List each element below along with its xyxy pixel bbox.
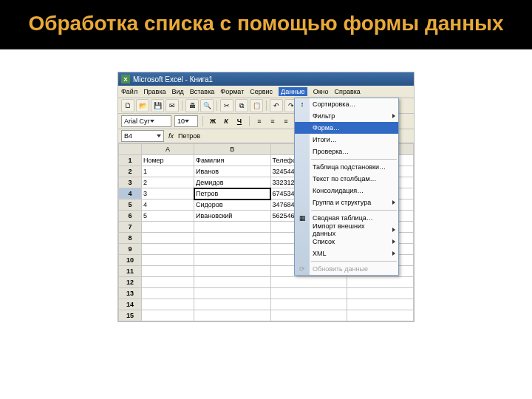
- open-icon[interactable]: 📂: [136, 99, 149, 112]
- row-header[interactable]: 2: [119, 166, 142, 177]
- cell[interactable]: [141, 255, 194, 266]
- paste-icon[interactable]: 📋: [250, 99, 263, 112]
- row-header[interactable]: 8: [119, 233, 142, 244]
- menu-tools[interactable]: Сервис: [250, 88, 273, 95]
- menu-xml[interactable]: XML: [295, 248, 398, 259]
- align-left-icon[interactable]: ≡: [254, 116, 265, 126]
- cell[interactable]: [270, 299, 347, 310]
- cell[interactable]: 1: [141, 166, 194, 177]
- row-header[interactable]: 14: [119, 299, 142, 310]
- row-header[interactable]: 13: [119, 288, 142, 299]
- menu-window[interactable]: Окно: [313, 88, 329, 95]
- menu-importext[interactable]: Импорт внешних данных: [295, 224, 398, 236]
- mail-icon[interactable]: ✉: [166, 99, 179, 112]
- cell[interactable]: Фамилия: [194, 155, 270, 166]
- cell[interactable]: [141, 299, 194, 310]
- select-all-corner[interactable]: [119, 144, 142, 155]
- new-icon[interactable]: 🗋: [121, 99, 134, 112]
- align-center-icon[interactable]: ≡: [267, 116, 278, 126]
- fx-icon[interactable]: fx: [168, 132, 174, 140]
- row-header[interactable]: 9: [119, 244, 142, 255]
- menu-help[interactable]: Справка: [335, 88, 361, 95]
- cell[interactable]: [270, 288, 347, 299]
- menu-view[interactable]: Вид: [172, 88, 184, 95]
- cell[interactable]: [347, 277, 413, 288]
- row-header[interactable]: 11: [119, 266, 142, 277]
- cell[interactable]: 5: [141, 211, 194, 222]
- copy-icon[interactable]: ⧉: [235, 99, 248, 112]
- cell[interactable]: [141, 288, 194, 299]
- cell[interactable]: [141, 310, 194, 321]
- cell[interactable]: [194, 233, 270, 244]
- menu-edit[interactable]: Правка: [143, 88, 166, 95]
- cell[interactable]: Демидов: [194, 177, 270, 188]
- cell[interactable]: [141, 233, 194, 244]
- menu-consolidation[interactable]: Консолидация…: [295, 185, 398, 197]
- cell[interactable]: [194, 266, 270, 277]
- menu-validation[interactable]: Проверка…: [295, 146, 398, 157]
- cell[interactable]: [141, 266, 194, 277]
- font-size-dropdown[interactable]: 10: [174, 115, 198, 127]
- cell[interactable]: [194, 310, 270, 321]
- undo-icon[interactable]: ↶: [270, 99, 283, 112]
- cell[interactable]: Ивановский: [194, 211, 270, 222]
- align-right-icon[interactable]: ≡: [281, 116, 291, 126]
- cell[interactable]: [194, 299, 270, 310]
- data-menu[interactable]: ↕ Сортировка… Фильтр Форма… Итоги… Прове…: [294, 98, 399, 276]
- font-name-dropdown[interactable]: Arial Cyr: [121, 115, 171, 127]
- cell[interactable]: [141, 244, 194, 255]
- bold-button[interactable]: Ж: [208, 116, 218, 126]
- menu-textcols[interactable]: Текст по столбцам…: [295, 173, 398, 185]
- menu-group[interactable]: Группа и структура: [295, 197, 398, 208]
- menubar[interactable]: Файл Правка Вид Вставка Формат Сервис Да…: [118, 86, 414, 98]
- cell[interactable]: Номер: [141, 155, 194, 166]
- row-header[interactable]: 12: [119, 277, 142, 288]
- print-icon[interactable]: 🖶: [185, 99, 199, 112]
- cell[interactable]: [347, 310, 413, 321]
- cell[interactable]: [194, 277, 270, 288]
- cut-icon[interactable]: ✂: [220, 99, 233, 112]
- menu-table[interactable]: Таблица подстановки…: [295, 161, 398, 173]
- name-box[interactable]: B4: [121, 130, 164, 142]
- cell[interactable]: [194, 255, 270, 266]
- row-header[interactable]: 6: [119, 211, 142, 222]
- cell[interactable]: 3: [141, 188, 194, 200]
- cell[interactable]: 4: [141, 200, 194, 211]
- row-header[interactable]: 4: [119, 188, 142, 200]
- menu-sort[interactable]: ↕ Сортировка…: [295, 98, 398, 110]
- cell[interactable]: Иванов: [194, 166, 270, 177]
- row-header[interactable]: 5: [119, 200, 142, 211]
- row-header[interactable]: 7: [119, 222, 142, 233]
- cell[interactable]: [270, 310, 347, 321]
- menu-insert[interactable]: Вставка: [190, 88, 214, 95]
- cell[interactable]: [270, 277, 347, 288]
- cell[interactable]: [141, 277, 194, 288]
- preview-icon[interactable]: 🔍: [200, 99, 214, 112]
- cell[interactable]: [347, 288, 413, 299]
- row-header[interactable]: 15: [119, 310, 142, 321]
- cell[interactable]: [347, 299, 413, 310]
- cell[interactable]: [194, 244, 270, 255]
- row-header[interactable]: 1: [119, 155, 142, 166]
- row-header[interactable]: 3: [119, 177, 142, 188]
- save-icon[interactable]: 💾: [151, 99, 164, 112]
- menu-data[interactable]: Данные: [279, 87, 307, 96]
- cell[interactable]: 2: [141, 177, 194, 188]
- menu-filter[interactable]: Фильтр: [295, 110, 398, 122]
- menu-format[interactable]: Формат: [220, 88, 244, 95]
- active-cell[interactable]: Петров: [194, 188, 270, 200]
- col-header-b[interactable]: B: [194, 144, 270, 155]
- menu-form[interactable]: Форма…: [295, 122, 398, 134]
- row-header[interactable]: 10: [119, 255, 142, 266]
- menu-list[interactable]: Список: [295, 236, 398, 248]
- formula-content[interactable]: Петров: [178, 132, 200, 140]
- menu-totals[interactable]: Итоги…: [295, 134, 398, 146]
- menu-file[interactable]: Файл: [121, 88, 137, 95]
- cell[interactable]: Сидоров: [194, 200, 270, 211]
- cell[interactable]: [194, 288, 270, 299]
- cell[interactable]: [194, 222, 270, 233]
- italic-button[interactable]: К: [221, 116, 231, 126]
- col-header-a[interactable]: A: [141, 144, 194, 155]
- cell[interactable]: [141, 222, 194, 233]
- underline-button[interactable]: Ч: [234, 116, 245, 126]
